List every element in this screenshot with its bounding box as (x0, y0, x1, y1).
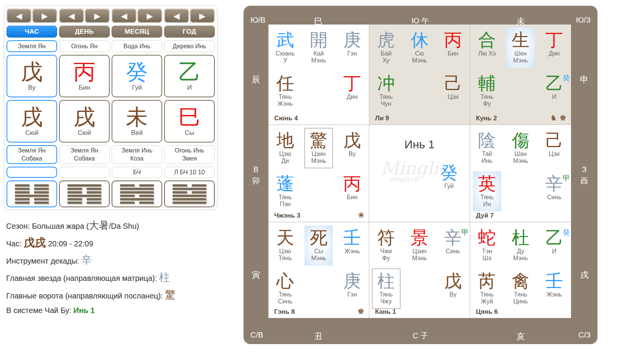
watermark-logo: Mingli (381, 158, 438, 179)
pillars-columns: ◀▶ЧАСЗемля Ян戊Ву戌СюйЗемля Ян Собака◀▶ДЕН… (7, 8, 215, 207)
palace-row: 符Чжи Фу景Цзин Мэнь辛甲Синь (369, 228, 470, 262)
hexagram-line-segment (87, 188, 101, 190)
year-animal-label: Огонь Инь Змея (164, 145, 215, 164)
cjk-character: 休 (411, 31, 428, 49)
cjk-character: 丙 (444, 31, 462, 49)
tab-hour[interactable]: ЧАС (7, 26, 57, 38)
deity-item: 虎Бай Ху (377, 31, 395, 64)
cjk-character: 地 (276, 131, 294, 150)
hexagram-line-segment (192, 191, 206, 193)
next-arrow-icon: ▶ (94, 12, 100, 20)
hexagram-line-segment (34, 188, 49, 190)
heaven-stem-item: 辛甲Синь (444, 228, 462, 255)
prev-arrow-icon: ◀ (16, 12, 22, 20)
cjk-character: 英 (478, 174, 496, 193)
day-next-button[interactable]: ▶ (85, 8, 110, 23)
info-text: 大暑 (89, 220, 109, 231)
pillar-column-hour: ◀▶ЧАСЗемля Ян戊Ву戌СюйЗемля Ян Собака (7, 8, 57, 207)
tab-year[interactable]: ГОД (164, 26, 215, 38)
cjk-character: 柱 (377, 272, 395, 290)
cjk-character: 生 (512, 31, 529, 49)
month-prev-button[interactable]: ◀ (112, 8, 137, 23)
frame-label-left-2: 寅 (244, 269, 268, 281)
frame-label-bottom-1: 丑 (314, 331, 323, 342)
palace-slot: 丁Дин (336, 74, 369, 107)
info-text: Инструмент декады: (6, 257, 81, 265)
palace-footer: Цянь 6 (476, 308, 566, 316)
prev-arrow-icon: ◀ (121, 12, 127, 20)
info-line: Главные ворота (направляющий посланец): … (6, 289, 240, 301)
info-line: В системе Чай Бу: Инь 1 (6, 306, 240, 315)
stem-transliteration: И (187, 84, 192, 92)
palace-slot: 符Чжи Фу (369, 228, 403, 262)
next-arrow-icon: ▶ (146, 12, 153, 20)
hexagram-line (173, 191, 206, 193)
transliteration-caption: И (545, 93, 563, 100)
hour-prev-button[interactable]: ◀ (7, 8, 31, 23)
day-stem-card: 丙Бин (59, 55, 110, 97)
day-prev-button[interactable]: ◀ (59, 8, 84, 23)
palace-slot: 乙癸И (537, 228, 571, 262)
hexagram-line (173, 198, 206, 200)
hour-next-button[interactable]: ▶ (32, 8, 57, 23)
frame-label-top-3: 未 (517, 16, 525, 27)
frame-label-top-2: Ю 午 (411, 16, 429, 26)
transliteration-caption: Сы Мэнь (310, 248, 327, 262)
palace-row: 蛇Тэн Шэ杜Ду Мэнь乙癸И (470, 228, 571, 262)
palace-footer: Кань 1 (375, 308, 465, 316)
day-animal-label: Земля Ян Собака (59, 145, 110, 164)
hexagram-line-segment (15, 191, 30, 193)
palace-slot: 武Сюань У (268, 31, 302, 64)
palace-slot: 景Цзин Мэнь (403, 228, 436, 262)
hexagram-line (15, 202, 49, 204)
palace-name: Сюнь 4 (274, 115, 298, 122)
year-prev-button[interactable]: ◀ (164, 8, 189, 23)
hexagram-line (173, 202, 206, 204)
cjk-character: 冲 (377, 74, 395, 93)
frame-label-top-1: 巳 (314, 16, 323, 27)
gate-item: 休Сю Мэнь (411, 31, 428, 64)
star-item: 蓬Тянь Пэн (276, 174, 294, 208)
hexagram-line-segment (173, 195, 206, 197)
cjk-character: 驚 (310, 131, 327, 150)
tab-day[interactable]: ДЕНЬ (59, 26, 110, 38)
palace-slot: 生Шен Мэнь (504, 31, 538, 64)
year-stem-card: 乙И (164, 55, 215, 97)
hexagram-line-segment (15, 188, 30, 190)
year-next-button[interactable]: ▶ (190, 8, 215, 23)
hexagram-line-segment (15, 195, 49, 197)
hexagram-line-segment (120, 202, 135, 204)
palace-slot: 庚Гэн (336, 272, 369, 305)
month-hexagram (112, 180, 162, 207)
cjk-character: 戊 (444, 272, 462, 290)
hexagram-line (67, 188, 101, 190)
palace-slot: 杜Ду Мэнь (504, 228, 538, 262)
palace-slot: 丙Бин (336, 174, 369, 208)
cjk-character: 開 (310, 31, 327, 49)
heaven-stem-item: 戊Ву (343, 131, 361, 157)
palace-footer: Сюнь 4 (274, 115, 364, 122)
transliteration-caption: Тянь Жэнь (276, 93, 294, 107)
palace-slot: 丙Бин (436, 31, 470, 64)
horse-icon: ♞ (550, 113, 557, 122)
cjk-character: 心 (276, 272, 294, 290)
hexagram-line (67, 202, 101, 204)
palace-slot: 任Тянь Жэнь (268, 74, 302, 107)
palace-icons: ❀ (355, 210, 364, 220)
month-next-button[interactable]: ▶ (137, 8, 162, 23)
heaven-stem-item: 壬Жэнь (343, 228, 361, 255)
hexagram-line-segment (67, 191, 82, 193)
transliteration-caption: Синь (444, 248, 462, 255)
hexagram-line-segment (67, 198, 82, 200)
hexagram-line-segment (120, 184, 135, 187)
hexagram-line-segment (67, 202, 82, 204)
hexagram-line (120, 198, 154, 200)
hexagram-line-segment (192, 184, 206, 187)
deity-item: 合Лю Хэ (478, 31, 496, 57)
transliteration-caption: И (545, 248, 563, 255)
day-element-label: Огонь Ян (59, 40, 110, 52)
tab-month[interactable]: МЕСЯЦ (112, 26, 162, 38)
info-text: 辛 (81, 254, 92, 266)
palace-чжэнь-3: 地Цзю Ди驚Цзин Мэнь戊Ву蓬Тянь Пэн丙БинЧжэнь 3… (268, 125, 369, 222)
cjk-character: 合 (478, 31, 496, 49)
